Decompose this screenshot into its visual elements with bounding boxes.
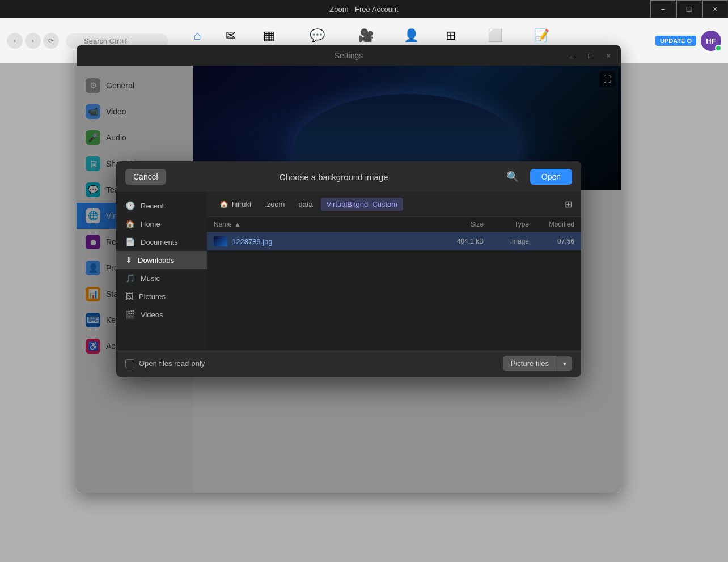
titlebar: Zoom - Free Account − □ × (0, 0, 728, 18)
file-dialog-header: Cancel Choose a background image 🔍 Open (116, 161, 581, 192)
file-sidebar-label-pictures: Pictures (139, 292, 166, 301)
close-button[interactable]: × (702, 0, 728, 18)
titlebar-controls: − □ × (650, 0, 728, 18)
avatar-button[interactable]: HF (701, 31, 721, 51)
file-type-0: Image (484, 237, 529, 245)
file-sidebar: 🕐 Recent 🏠 Home 📄 Documents ⬇ Downloads (116, 192, 207, 350)
home-icon: ⌂ (193, 28, 201, 43)
music-icon: 🎵 (125, 274, 135, 283)
file-sidebar-label-documents: Documents (141, 238, 178, 246)
file-sidebar-label-home: Home (141, 220, 160, 228)
maximize-button[interactable]: □ (676, 0, 702, 18)
documents-icon: 📄 (125, 237, 135, 246)
sort-icon: ▲ (234, 220, 241, 228)
videos-icon: 🎬 (125, 310, 135, 319)
history-button[interactable]: ⟳ (43, 33, 59, 49)
notes-icon: 📝 (534, 28, 549, 43)
file-sidebar-music[interactable]: 🎵 Music (116, 269, 207, 287)
file-dialog: Cancel Choose a background image 🔍 Open … (116, 161, 581, 377)
col-type-label: Type (514, 220, 529, 228)
forward-button[interactable]: › (25, 33, 41, 49)
teamchat-icon: 💬 (310, 28, 325, 43)
file-thumbnail-0 (214, 236, 227, 246)
filetype-dropdown: Picture files ▾ (503, 356, 572, 371)
toolbar-right: UPDATE O HF (655, 31, 721, 51)
col-modified: Modified (529, 220, 574, 228)
breadcrumb-hiiruki[interactable]: 🏠 hiiruki (214, 198, 257, 211)
breadcrumb-home-icon: 🏠 (219, 200, 228, 208)
breadcrumb-label-zoom: .zoom (265, 200, 285, 208)
read-only-wrap: Open files read-only (125, 359, 205, 368)
update-badge[interactable]: UPDATE O (655, 36, 696, 46)
pictures-icon: 🖼 (125, 292, 133, 301)
file-dialog-body: 🕐 Recent 🏠 Home 📄 Documents ⬇ Downloads (116, 192, 581, 350)
breadcrumb-virtualbkgnd[interactable]: VirtualBkgnd_Custom (321, 198, 404, 211)
col-modified-label: Modified (549, 220, 574, 228)
file-sidebar-documents[interactable]: 📄 Documents (116, 233, 207, 251)
breadcrumb-label-virtualbkgnd: VirtualBkgnd_Custom (327, 200, 398, 208)
view-toggle-button[interactable]: ⊞ (562, 197, 574, 212)
settings-window: Settings − □ × ⚙ General 📹 Video 🎤 Audio… (77, 45, 621, 493)
file-sidebar-downloads[interactable]: ⬇ Downloads (116, 251, 207, 269)
file-list-header: Name ▲ Size Type Modified (207, 217, 581, 232)
open-button[interactable]: Open (530, 169, 572, 185)
home-icon: 🏠 (125, 219, 135, 228)
apps-icon: ⊞ (446, 28, 456, 43)
dialog-search-button[interactable]: 🔍 (502, 168, 523, 185)
file-item-name-0: 1228789.jpg (214, 236, 438, 246)
back-button[interactable]: ‹ (7, 33, 23, 49)
avatar-status-badge (715, 45, 722, 52)
file-name-0: 1228789.jpg (232, 237, 273, 246)
calendar-icon: ▦ (263, 28, 275, 43)
file-sidebar-videos[interactable]: 🎬 Videos (116, 305, 207, 323)
downloads-icon: ⬇ (125, 256, 132, 265)
col-type: Type (484, 220, 529, 228)
file-sidebar-label-videos: Videos (141, 310, 163, 319)
breadcrumb-zoom[interactable]: .zoom (259, 198, 290, 211)
file-item-0[interactable]: 1228789.jpg 404.1 kB Image 07:56 (207, 232, 581, 250)
read-only-label: Open files read-only (139, 359, 205, 368)
col-name[interactable]: Name ▲ (214, 220, 438, 228)
file-sidebar-home[interactable]: 🏠 Home (116, 215, 207, 233)
col-size: Size (438, 220, 484, 228)
breadcrumb-data[interactable]: data (293, 198, 318, 211)
file-sidebar-label-downloads: Downloads (138, 256, 174, 265)
file-sidebar-pictures[interactable]: 🖼 Pictures (116, 287, 207, 305)
nav-controls: ‹ › ⟳ (7, 33, 59, 49)
whiteboards-icon: ⬜ (488, 28, 503, 43)
filetype-button[interactable]: Picture files (503, 356, 557, 371)
dialog-title: Choose a background image (173, 172, 495, 182)
file-dialog-footer: Open files read-only Picture files ▾ (116, 350, 581, 377)
file-sidebar-label-recent: Recent (141, 202, 164, 210)
col-name-label: Name (214, 220, 232, 228)
meetings-icon: 🎥 (358, 28, 374, 43)
file-sidebar-recent[interactable]: 🕐 Recent (116, 197, 207, 215)
contacts-icon: 👤 (404, 28, 419, 43)
file-sidebar-label-music: Music (141, 274, 160, 283)
titlebar-title: Zoom - Free Account (329, 5, 398, 14)
file-main: 🏠 hiiruki .zoom data VirtualBkgnd_Custom (207, 192, 581, 350)
minimize-button[interactable]: − (650, 0, 676, 18)
file-size-0: 404.1 kB (438, 237, 484, 245)
breadcrumb-label-hiiruki: hiiruki (232, 200, 251, 208)
breadcrumb-label-data: data (298, 200, 312, 208)
mail-icon: ✉ (226, 28, 236, 43)
col-size-label: Size (471, 220, 484, 228)
file-list-items: 1228789.jpg 404.1 kB Image 07:56 (207, 232, 581, 350)
file-modified-0: 07:56 (529, 237, 574, 245)
recent-icon: 🕐 (125, 201, 135, 210)
dialog-overlay: Cancel Choose a background image 🔍 Open … (77, 45, 621, 493)
read-only-checkbox[interactable] (125, 359, 134, 368)
avatar-initials: HF (706, 37, 716, 45)
filetype-arrow-button[interactable]: ▾ (557, 356, 572, 371)
cancel-button[interactable]: Cancel (125, 169, 166, 185)
file-breadcrumb: 🏠 hiiruki .zoom data VirtualBkgnd_Custom (207, 192, 581, 217)
